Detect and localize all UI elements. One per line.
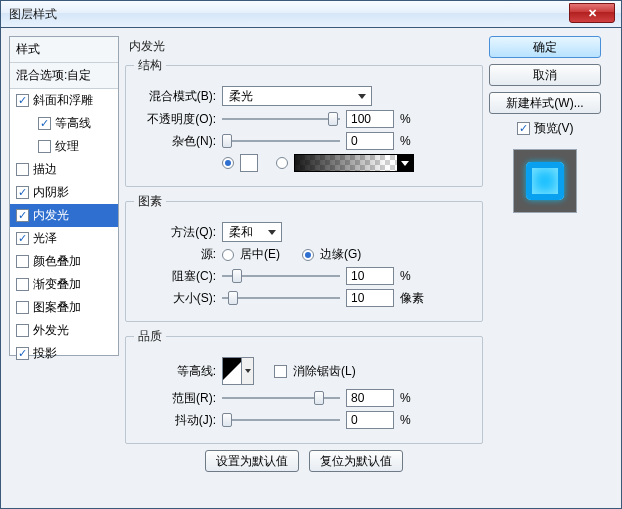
style-checkbox[interactable] bbox=[16, 301, 29, 314]
label-choke: 阻塞(C): bbox=[134, 268, 216, 285]
size-input[interactable]: 10 bbox=[346, 289, 394, 307]
close-button[interactable]: ✕ bbox=[569, 3, 615, 23]
style-checkbox[interactable] bbox=[16, 255, 29, 268]
style-label: 等高线 bbox=[55, 115, 91, 132]
group-elements: 图素 方法(Q): 柔和 源: 居中(E) 边缘(G) 阻塞(C): bbox=[125, 193, 483, 322]
style-checkbox[interactable] bbox=[16, 186, 29, 199]
dialog-body: 样式 混合选项:自定 斜面和浮雕等高线纹理描边内阴影内发光光泽颜色叠加渐变叠加图… bbox=[0, 28, 622, 509]
label-range: 范围(R): bbox=[134, 390, 216, 407]
window-title: 图层样式 bbox=[9, 6, 57, 23]
style-checkbox[interactable] bbox=[16, 94, 29, 107]
style-item[interactable]: 内发光 bbox=[10, 204, 118, 227]
choke-input[interactable]: 10 bbox=[346, 267, 394, 285]
new-style-button[interactable]: 新建样式(W)... bbox=[489, 92, 601, 114]
style-item[interactable]: 渐变叠加 bbox=[10, 273, 118, 296]
panel-title: 内发光 bbox=[125, 36, 483, 57]
blend-mode-select[interactable]: 柔光 bbox=[222, 86, 372, 106]
close-icon: ✕ bbox=[588, 7, 597, 20]
style-checkbox[interactable] bbox=[16, 163, 29, 176]
source-center-radio[interactable] bbox=[222, 249, 234, 261]
reset-default-button[interactable]: 复位为默认值 bbox=[309, 450, 403, 472]
style-checkbox[interactable] bbox=[16, 324, 29, 337]
style-label: 描边 bbox=[33, 161, 57, 178]
style-item[interactable]: 图案叠加 bbox=[10, 296, 118, 319]
group-quality: 品质 等高线: 消除锯齿(L) 范围(R): 80 % 抖动 bbox=[125, 328, 483, 444]
label-size: 大小(S): bbox=[134, 290, 216, 307]
legend-structure: 结构 bbox=[134, 57, 166, 74]
style-item[interactable]: 内阴影 bbox=[10, 181, 118, 204]
style-checkbox[interactable] bbox=[16, 209, 29, 222]
technique-select[interactable]: 柔和 bbox=[222, 222, 282, 242]
style-item[interactable]: 光泽 bbox=[10, 227, 118, 250]
size-unit: 像素 bbox=[400, 290, 426, 307]
range-input[interactable]: 80 bbox=[346, 389, 394, 407]
style-item[interactable]: 描边 bbox=[10, 158, 118, 181]
preview-label: 预览(V) bbox=[534, 120, 574, 137]
style-checkbox[interactable] bbox=[16, 347, 29, 360]
legend-elements: 图素 bbox=[134, 193, 166, 210]
style-checkbox[interactable] bbox=[38, 140, 51, 153]
style-label: 纹理 bbox=[55, 138, 79, 155]
effect-panel: 内发光 结构 混合模式(B): 柔光 不透明度(O): 100 % 杂色(N): bbox=[125, 36, 483, 500]
style-label: 斜面和浮雕 bbox=[33, 92, 93, 109]
label-jitter: 抖动(J): bbox=[134, 412, 216, 429]
style-item[interactable]: 斜面和浮雕 bbox=[10, 89, 118, 112]
style-label: 光泽 bbox=[33, 230, 57, 247]
style-checkbox[interactable] bbox=[16, 278, 29, 291]
style-item[interactable]: 投影 bbox=[10, 342, 118, 365]
opacity-unit: % bbox=[400, 112, 426, 126]
style-label: 图案叠加 bbox=[33, 299, 81, 316]
source-center-label: 居中(E) bbox=[240, 246, 280, 263]
make-default-button[interactable]: 设置为默认值 bbox=[205, 450, 299, 472]
sidebar: 样式 混合选项:自定 斜面和浮雕等高线纹理描边内阴影内发光光泽颜色叠加渐变叠加图… bbox=[9, 36, 119, 500]
noise-slider[interactable] bbox=[222, 133, 340, 149]
styles-header: 样式 bbox=[10, 37, 118, 63]
style-label: 外发光 bbox=[33, 322, 69, 339]
preview-box bbox=[513, 149, 577, 213]
ok-button[interactable]: 确定 bbox=[489, 36, 601, 58]
style-label: 内阴影 bbox=[33, 184, 69, 201]
cancel-button[interactable]: 取消 bbox=[489, 64, 601, 86]
gradient-picker[interactable] bbox=[294, 154, 414, 172]
style-item[interactable]: 等高线 bbox=[10, 112, 118, 135]
label-contour: 等高线: bbox=[134, 363, 216, 380]
noise-unit: % bbox=[400, 134, 426, 148]
antialias-checkbox[interactable] bbox=[274, 365, 287, 378]
jitter-slider[interactable] bbox=[222, 412, 340, 428]
style-label: 颜色叠加 bbox=[33, 253, 81, 270]
color-swatch[interactable] bbox=[240, 154, 258, 172]
opacity-input[interactable]: 100 bbox=[346, 110, 394, 128]
style-item[interactable]: 颜色叠加 bbox=[10, 250, 118, 273]
source-edge-radio[interactable] bbox=[302, 249, 314, 261]
opacity-slider[interactable] bbox=[222, 111, 340, 127]
titlebar: 图层样式 ✕ bbox=[0, 0, 622, 28]
size-slider[interactable] bbox=[222, 290, 340, 306]
chevron-down-icon[interactable] bbox=[397, 155, 413, 171]
label-opacity: 不透明度(O): bbox=[134, 111, 216, 128]
label-noise: 杂色(N): bbox=[134, 133, 216, 150]
right-column: 确定 取消 新建样式(W)... 预览(V) bbox=[489, 36, 601, 500]
style-checkbox[interactable] bbox=[38, 117, 51, 130]
styles-list: 样式 混合选项:自定 斜面和浮雕等高线纹理描边内阴影内发光光泽颜色叠加渐变叠加图… bbox=[9, 36, 119, 356]
group-structure: 结构 混合模式(B): 柔光 不透明度(O): 100 % 杂色(N): bbox=[125, 57, 483, 187]
preview-checkbox[interactable] bbox=[517, 122, 530, 135]
style-item[interactable]: 纹理 bbox=[10, 135, 118, 158]
label-technique: 方法(Q): bbox=[134, 224, 216, 241]
range-unit: % bbox=[400, 391, 426, 405]
preview-swatch bbox=[526, 162, 564, 200]
range-slider[interactable] bbox=[222, 390, 340, 406]
style-checkbox[interactable] bbox=[16, 232, 29, 245]
color-type-gradient-radio[interactable] bbox=[276, 157, 288, 169]
antialias-label: 消除锯齿(L) bbox=[293, 363, 356, 380]
label-source: 源: bbox=[134, 246, 216, 263]
style-item[interactable]: 外发光 bbox=[10, 319, 118, 342]
jitter-input[interactable]: 0 bbox=[346, 411, 394, 429]
choke-slider[interactable] bbox=[222, 268, 340, 284]
noise-input[interactable]: 0 bbox=[346, 132, 394, 150]
blend-options[interactable]: 混合选项:自定 bbox=[10, 63, 118, 89]
color-type-solid-radio[interactable] bbox=[222, 157, 234, 169]
jitter-unit: % bbox=[400, 413, 426, 427]
style-label: 内发光 bbox=[33, 207, 69, 224]
chevron-down-icon[interactable] bbox=[241, 358, 253, 384]
contour-picker[interactable] bbox=[222, 357, 254, 385]
